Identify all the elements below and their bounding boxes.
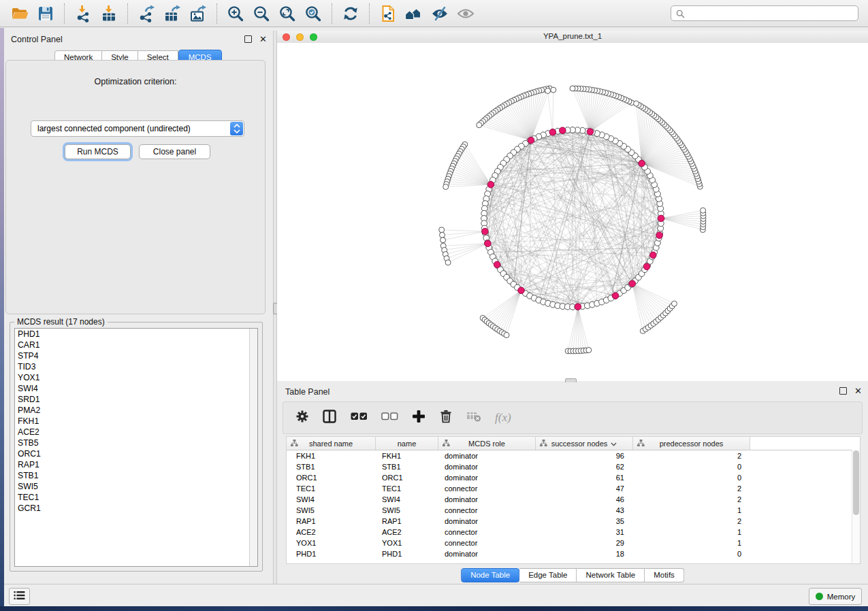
cell-successor-nodes[interactable]: 62 <box>536 463 633 471</box>
save-session-button[interactable] <box>33 2 59 25</box>
cell-name[interactable]: ORC1 <box>376 474 438 482</box>
mcds-result-item[interactable]: YOX1 <box>15 372 257 383</box>
graph-node[interactable] <box>443 184 449 190</box>
zoom-in-button[interactable] <box>223 2 248 25</box>
cell-shared-name[interactable]: YOX1 <box>287 539 376 547</box>
graph-mcds-node[interactable] <box>612 293 619 299</box>
tab-motifs[interactable]: Motifs <box>645 568 684 582</box>
graph-mcds-node[interactable] <box>560 127 566 134</box>
mcds-result-item[interactable]: ACE2 <box>15 427 257 437</box>
graph-node[interactable] <box>570 86 575 91</box>
cell-successor-nodes[interactable]: 96 <box>536 452 633 460</box>
function-builder-button[interactable]: f(x) <box>495 411 511 425</box>
cell-name[interactable]: RAP1 <box>376 517 438 525</box>
mcds-result-item[interactable]: SWI5 <box>15 481 257 492</box>
cell-name[interactable]: ACE2 <box>376 528 438 536</box>
graph-node[interactable] <box>551 87 556 93</box>
cell-predecessor-nodes[interactable]: 1 <box>633 539 750 547</box>
cell-predecessor-nodes[interactable]: 2 <box>633 495 750 503</box>
new-network-button[interactable] <box>375 2 401 25</box>
zoom-selected-button[interactable] <box>300 2 326 25</box>
show-all-button[interactable] <box>453 2 479 25</box>
table-row[interactable]: TEC1TEC1connector472 <box>287 483 860 494</box>
column-header-name[interactable]: name <box>376 437 438 450</box>
mcds-result-item[interactable]: GCR1 <box>15 503 257 514</box>
mcds-result-item[interactable]: TID3 <box>15 361 257 372</box>
graph-mcds-node[interactable] <box>575 303 581 310</box>
float-panel-icon[interactable] <box>244 35 252 43</box>
mcds-result-item[interactable]: STB5 <box>15 437 257 448</box>
graph-mcds-node[interactable] <box>528 137 534 144</box>
table-row[interactable]: FKH1FKH1dominator962 <box>287 450 860 461</box>
search-input[interactable] <box>671 5 858 21</box>
tab-node-table[interactable]: Node Table <box>461 568 519 582</box>
cell-mcds-role[interactable]: connector <box>438 539 536 547</box>
deselect-all-button[interactable] <box>381 410 398 426</box>
cell-predecessor-nodes[interactable]: 1 <box>633 506 750 514</box>
cell-mcds-role[interactable]: dominator <box>438 550 536 558</box>
optimization-criterion-select[interactable]: largest connected component (undirected) <box>31 120 244 137</box>
import-network-button[interactable] <box>70 2 96 25</box>
table-row[interactable]: RAP1RAP1dominator352 <box>287 516 860 527</box>
cell-name[interactable]: FKH1 <box>376 452 438 460</box>
cell-shared-name[interactable]: TEC1 <box>287 484 376 493</box>
show-column-panel-button[interactable] <box>323 410 337 426</box>
graph-mcds-node[interactable] <box>639 160 645 167</box>
export-image-button[interactable] <box>185 2 211 25</box>
run-mcds-button[interactable]: Run MCDS <box>65 144 131 159</box>
graph-mcds-node[interactable] <box>482 228 489 235</box>
graph-mcds-node[interactable] <box>494 261 500 268</box>
cell-predecessor-nodes[interactable]: 2 <box>633 517 750 525</box>
cell-mcds-role[interactable]: connector <box>438 528 536 536</box>
cell-predecessor-nodes[interactable]: 2 <box>633 452 750 460</box>
graph-mcds-node[interactable] <box>587 129 594 135</box>
mcds-result-item[interactable]: FKH1 <box>15 416 257 427</box>
cell-shared-name[interactable]: PHD1 <box>287 550 376 558</box>
cell-successor-nodes[interactable]: 31 <box>536 528 633 536</box>
import-table-button[interactable] <box>96 2 122 25</box>
table-row[interactable]: STB1STB1dominator620 <box>287 461 860 472</box>
cell-successor-nodes[interactable]: 35 <box>536 517 633 525</box>
mcds-result-item[interactable]: STB1 <box>15 470 257 481</box>
column-header-predecessor-nodes[interactable]: predecessor nodes <box>633 437 750 450</box>
graph-mcds-node[interactable] <box>518 287 525 294</box>
table-row[interactable]: PHD1PHD1dominator180 <box>287 548 860 559</box>
network-window-titlebar[interactable]: YPA_prune.txt_1 <box>277 31 868 44</box>
cell-shared-name[interactable]: ORC1 <box>287 474 376 482</box>
export-network-button[interactable] <box>133 2 159 25</box>
mcds-result-item[interactable]: ORC1 <box>15 448 257 459</box>
zoom-fit-button[interactable] <box>274 2 300 25</box>
graph-mcds-node[interactable] <box>487 182 494 188</box>
first-neighbors-button[interactable] <box>401 2 427 25</box>
tab-edge-table[interactable]: Edge Table <box>519 568 577 582</box>
cell-name[interactable]: STB1 <box>376 463 438 471</box>
delete-column-button[interactable] <box>439 410 453 426</box>
close-panel-icon[interactable]: ✕ <box>854 388 862 395</box>
mcds-result-item[interactable]: SWI4 <box>15 383 257 394</box>
cell-name[interactable]: SWI5 <box>376 506 438 514</box>
graph-node[interactable] <box>671 301 677 306</box>
cell-mcds-role[interactable]: dominator <box>438 517 536 525</box>
table-settings-button[interactable] <box>295 410 309 426</box>
cell-name[interactable]: PHD1 <box>376 550 438 558</box>
network-canvas[interactable] <box>277 43 868 381</box>
graph-node[interactable] <box>586 348 592 353</box>
delete-table-button[interactable] <box>466 410 481 425</box>
cell-predecessor-nodes[interactable]: 0 <box>633 474 750 482</box>
table-row[interactable]: SWI4SWI4dominator462 <box>287 494 860 505</box>
mcds-result-item[interactable]: RAP1 <box>15 459 257 470</box>
column-header-successor-nodes[interactable]: successor nodes <box>536 437 633 450</box>
hide-selected-button[interactable] <box>427 2 453 25</box>
export-table-button[interactable] <box>159 2 185 25</box>
cell-predecessor-nodes[interactable]: 1 <box>633 528 750 536</box>
tab-network-table[interactable]: Network Table <box>577 568 645 582</box>
select-all-button[interactable] <box>351 410 368 426</box>
mcds-result-item[interactable]: SRD1 <box>15 394 257 405</box>
cell-mcds-role[interactable]: dominator <box>438 495 536 503</box>
apply-layout-button[interactable] <box>338 2 364 25</box>
cell-shared-name[interactable]: STB1 <box>287 463 376 471</box>
cell-successor-nodes[interactable]: 47 <box>536 484 633 493</box>
column-header-mcds-role[interactable]: MCDS role <box>438 437 536 450</box>
cell-shared-name[interactable]: ACE2 <box>287 528 376 536</box>
cell-name[interactable]: YOX1 <box>376 539 438 547</box>
